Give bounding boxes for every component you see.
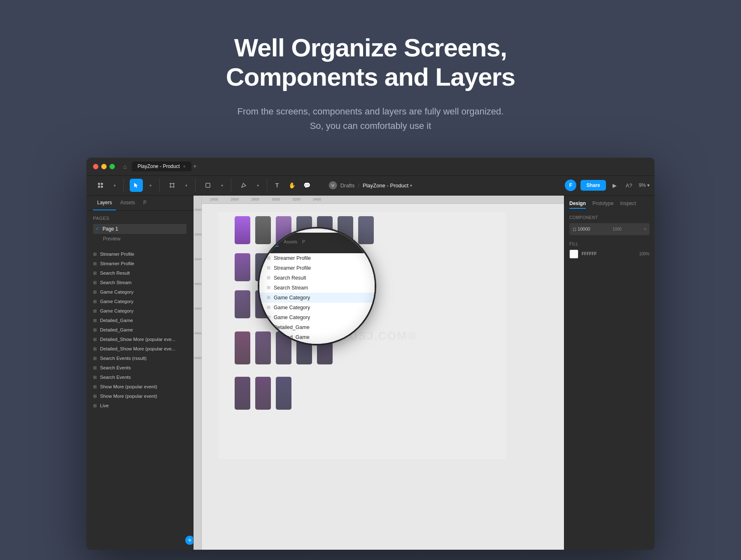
mag-layer-game-cat1: ⊞ Game Category — [259, 293, 375, 303]
ruler-mark: 3000 — [266, 197, 286, 201]
minimize-button[interactable] — [101, 164, 107, 169]
breadcrumb-project[interactable]: PlayZone - Product ▾ — [363, 182, 412, 189]
user-avatar-small: U — [329, 181, 337, 189]
ruler-v-mark: 4500 — [194, 331, 202, 335]
left-panel: Layers Assets P Pages ✓ Page 1 Preview ⊞… — [86, 196, 193, 550]
text-tool[interactable]: T — [270, 179, 284, 192]
layer-item[interactable]: ⊞ Detailed_Game — [86, 325, 193, 335]
fill-hex-value: FFFFFF — [582, 252, 597, 256]
design-tab[interactable]: Design — [569, 201, 586, 209]
pen-tool[interactable] — [237, 179, 250, 192]
zoom-control[interactable]: 9% ▾ — [639, 182, 650, 188]
play-icon[interactable]: ▶ — [610, 181, 619, 190]
svg-rect-2 — [98, 186, 100, 188]
phone-mock — [276, 377, 291, 410]
phone-mock — [235, 253, 250, 281]
hand-tool[interactable]: ✋ — [285, 179, 298, 192]
comment-tool[interactable]: 💬 — [300, 179, 313, 192]
shape-tool[interactable] — [201, 179, 214, 192]
layer-item[interactable]: ⊞ Show More (popular event) — [86, 392, 193, 401]
layer-grid-icon: ⊞ — [93, 403, 97, 408]
component-section: Component ◻ 10000 1000 + — [569, 215, 650, 235]
close-button[interactable] — [93, 164, 98, 169]
layer-item[interactable]: ⊞ Detailed_Show More (popular eve... — [86, 335, 193, 344]
frame-tool[interactable] — [165, 179, 179, 192]
maximize-button[interactable] — [110, 164, 115, 169]
frame-chevron[interactable]: ▾ — [179, 179, 193, 192]
layer-grid-icon: ⊞ — [93, 375, 97, 380]
ruler-v-mark: 2000 — [194, 208, 202, 212]
layer-item[interactable]: ⊞ Show More (popular event) — [86, 382, 193, 392]
page1-label: Page 1 — [103, 226, 118, 232]
toolbar-right: F Share ▶ A? 9% ▾ — [565, 180, 650, 191]
page1-item[interactable]: ✓ Page 1 — [93, 224, 186, 234]
tool-group-frame: ▾ — [163, 179, 196, 192]
add-layer-button[interactable]: + — [185, 536, 193, 545]
layer-item[interactable]: ⊞ Search Events — [86, 373, 193, 382]
canvas-area[interactable]: 2400 2600 2800 3000 3200 3400 2000 2500 … — [193, 196, 564, 550]
layer-item[interactable]: ⊞ Detailed_Game — [86, 316, 193, 325]
breadcrumb-drafts[interactable]: Drafts — [340, 182, 355, 189]
layer-item[interactable]: ⊞ Game Category — [86, 287, 193, 297]
layer-item[interactable]: ⊞ Detailed_Show More (popular eve... — [86, 344, 193, 354]
mag-layer-game-cat3: ⊞ Game Category — [259, 313, 375, 322]
home-icon[interactable]: ⌂ — [123, 163, 127, 170]
ruler-v-mark: 3000 — [194, 257, 202, 261]
tab-pages-icon[interactable]: P — [139, 196, 151, 210]
layer-grid-icon: ⊞ — [93, 280, 97, 285]
pen-chevron[interactable]: ▾ — [251, 179, 264, 192]
fill-color-swatch[interactable] — [569, 250, 578, 259]
layer-item[interactable]: ⊞ Streamer Profile — [86, 259, 193, 268]
phone-mock — [235, 216, 250, 244]
svg-rect-3 — [101, 186, 103, 188]
tab-name: PlayZone - Product — [137, 163, 180, 169]
tab-layers[interactable]: Layers — [93, 196, 116, 210]
design-section: Design Prototype Inspect — [569, 201, 650, 209]
toolbar: ▾ ▾ ▾ ▾ — [86, 176, 655, 196]
hero-subtitle: From the screens, components and layers … — [8, 104, 733, 133]
grid-chevron[interactable]: ▾ — [108, 179, 121, 192]
grid-tool[interactable] — [94, 179, 107, 192]
ruler-mark: 2600 — [224, 197, 245, 201]
layer-grid-icon: ⊞ — [93, 356, 97, 361]
prototype-tab[interactable]: Prototype — [592, 201, 613, 209]
mag-grid-icon: ⊞ — [267, 285, 270, 290]
mag-grid-icon: ⊞ — [267, 275, 270, 280]
inspect-tab[interactable]: Inspect — [620, 201, 636, 209]
mag-grid-icon: ⊞ — [267, 265, 270, 271]
title-bar: ⌂ PlayZone - Product × + — [86, 158, 655, 176]
tab-add-icon[interactable]: + — [193, 163, 197, 170]
layer-grid-icon: ⊞ — [93, 308, 97, 314]
select-tool[interactable] — [130, 179, 143, 192]
layer-item[interactable]: ⊞ Game Category — [86, 306, 193, 316]
layer-item[interactable]: ⊞ Search Result — [86, 268, 193, 278]
mag-layer-search-stream: ⊞ Search Stream — [259, 283, 375, 293]
font-icon[interactable]: A? — [623, 181, 635, 190]
layer-grid-icon: ⊞ — [93, 327, 97, 333]
hero-title: Well Organize Screens, Components and La… — [8, 33, 733, 92]
magnifier-overlay: Layers Assets P ⊞ Streamer Profile — [259, 229, 375, 344]
layer-item[interactable]: ⊞ Search Stream — [86, 278, 193, 287]
svg-rect-1 — [101, 183, 103, 185]
layer-item[interactable]: ⊞ Search Events (rssult) — [86, 354, 193, 363]
fill-label: Fill — [569, 242, 650, 246]
component-name: ◻ 10000 — [573, 226, 590, 232]
layer-item[interactable]: ⊞ Live — [86, 401, 193, 411]
phone-mock — [255, 331, 271, 364]
tab-assets[interactable]: Assets — [116, 196, 139, 210]
layer-item[interactable]: ⊞ Search Events — [86, 363, 193, 373]
page-check-icon: ✓ — [96, 226, 99, 231]
preview-item[interactable]: Preview — [93, 234, 186, 244]
shape-chevron[interactable]: ▾ — [215, 179, 228, 192]
tab-close-icon[interactable]: × — [183, 164, 186, 169]
share-button[interactable]: Share — [580, 180, 606, 191]
layer-item[interactable]: ⊞ Game Category — [86, 297, 193, 306]
ruler-mark: 2800 — [245, 197, 266, 201]
select-chevron[interactable]: ▾ — [144, 179, 157, 192]
active-tab[interactable]: PlayZone - Product × — [132, 161, 191, 171]
layer-item[interactable]: ⊞ Streamer Profile — [86, 250, 193, 259]
main-area: Layers Assets P Pages ✓ Page 1 Preview ⊞… — [86, 196, 655, 550]
panel-tabs: Layers Assets P — [86, 196, 193, 211]
component-add[interactable]: + — [644, 227, 646, 231]
component-info: ◻ 10000 1000 + — [569, 223, 650, 235]
